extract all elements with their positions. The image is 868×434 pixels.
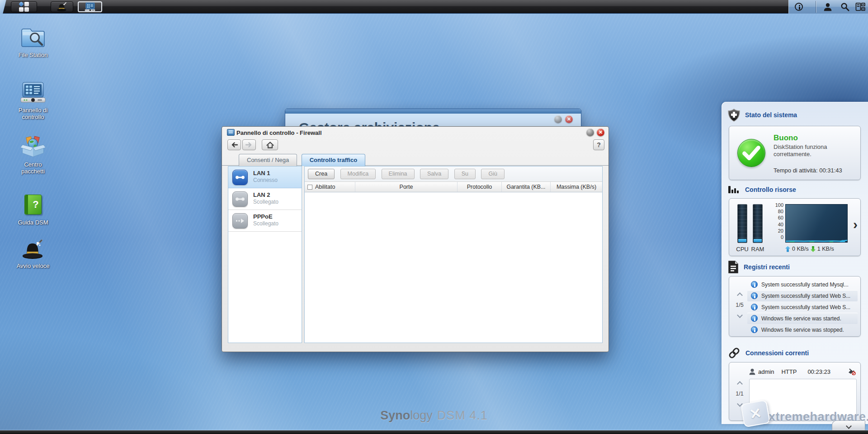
- log-entry[interactable]: Windows file service was stopped.: [747, 324, 858, 335]
- system-status-header: Stato del sistema: [728, 109, 797, 121]
- page-up-icon[interactable]: [737, 381, 743, 387]
- desktop-icon-package-center[interactable]: Centro pacchetti: [8, 136, 58, 175]
- desktop-icon-file-station[interactable]: File Station: [8, 26, 58, 58]
- up-button[interactable]: Su: [454, 169, 476, 179]
- recent-logs-header: Registri recenti: [728, 261, 790, 273]
- desktop-icon-quick-start[interactable]: Avvio veloce: [8, 237, 58, 269]
- down-button[interactable]: Giù: [481, 169, 504, 179]
- connection-row[interactable]: admin HTTP 00:23:23: [749, 367, 856, 376]
- forward-button[interactable]: [242, 139, 256, 150]
- magic-hat-icon: [56, 2, 68, 12]
- back-button[interactable]: [227, 139, 241, 150]
- control-panel-icon: [84, 2, 96, 11]
- home-button[interactable]: [262, 139, 278, 150]
- help-button[interactable]: ?: [593, 139, 604, 150]
- quick-start-task-button[interactable]: [51, 1, 73, 12]
- desktop-icon-label: Guida DSM: [12, 219, 54, 226]
- delete-button[interactable]: Elimina: [382, 169, 415, 179]
- show-desktop-sliver[interactable]: [0, 0, 6, 14]
- chevron-down-icon: [846, 423, 852, 429]
- pilot-view-icon[interactable]: [854, 2, 866, 12]
- interface-pppoe[interactable]: PPPoE Scollegato: [228, 210, 302, 232]
- interface-lan2[interactable]: LAN 2 Scollegato: [228, 188, 302, 210]
- pppoe-icon: [232, 213, 248, 229]
- log-entry[interactable]: Windows file service was started.: [747, 313, 858, 324]
- current-connections-header: Connessioni correnti: [728, 347, 809, 359]
- search-icon[interactable]: [839, 2, 851, 12]
- info-log-icon: [751, 292, 758, 299]
- magic-hat-icon: [20, 237, 46, 260]
- column-header-massima[interactable]: Massima (KB/s): [551, 182, 602, 192]
- network-transfer-rates: 0 KB/s 1 KB/s: [785, 246, 834, 252]
- minimize-button[interactable]: [554, 115, 562, 123]
- network-traffic-plot: [785, 204, 848, 243]
- page-down-icon[interactable]: [737, 312, 743, 318]
- desktop-icon-label: Avvio veloce: [12, 262, 54, 269]
- info-log-icon: [751, 315, 758, 322]
- download-arrow-icon: [811, 246, 816, 252]
- lan-connected-icon: [232, 170, 248, 185]
- y-axis-ticks: 10080 6040 200: [771, 202, 783, 240]
- desktop: Gestore archiviazione ✕ File Station: [0, 0, 868, 434]
- download-rate: 1 KB/s: [817, 246, 834, 252]
- taskbar-right-section: [788, 0, 868, 14]
- taskbar: [0, 0, 868, 14]
- system-status-value: Buono: [774, 134, 798, 143]
- info-log-icon: [751, 304, 758, 310]
- cpu-gauge: [737, 204, 747, 243]
- column-header-abilitato[interactable]: Abilitato: [305, 182, 355, 192]
- save-button[interactable]: Salva: [420, 169, 448, 179]
- control-panel-task-button[interactable]: [78, 1, 102, 12]
- control-panel-firewall-window: Pannello di controllo - Firewall ✕ ? Con…: [222, 126, 609, 352]
- folder-search-icon: [20, 26, 46, 49]
- page-up-icon[interactable]: [737, 292, 743, 298]
- info-icon[interactable]: [793, 2, 805, 12]
- desktop-icon-control-panel[interactable]: Pannello di controllo: [8, 81, 58, 120]
- storage-manager-titlebar: [285, 109, 581, 114]
- upload-rate: 0 KB/s: [792, 246, 809, 252]
- forward-arrow-icon: [245, 142, 253, 148]
- column-header-garantita[interactable]: Garantita (KB...: [502, 182, 551, 192]
- resource-monitor-header: Controllo risorse: [728, 183, 796, 196]
- system-status-card: Buono DiskStation funziona correttamente…: [729, 126, 861, 180]
- table-body-empty[interactable]: [305, 192, 602, 343]
- chain-link-icon: [728, 347, 741, 359]
- log-entry[interactable]: System successfully started Web S...: [747, 290, 858, 301]
- log-entry[interactable]: System successfully started Mysql...: [747, 279, 858, 290]
- user-icon[interactable]: [822, 2, 834, 12]
- create-button[interactable]: Crea: [308, 169, 335, 179]
- main-menu-button[interactable]: [11, 1, 37, 12]
- user-icon: [749, 368, 755, 375]
- connection-user: admin: [758, 368, 774, 375]
- bottom-edge: [0, 430, 868, 434]
- interface-lan1[interactable]: LAN 1 Connesso: [228, 167, 302, 188]
- window-title: Pannello di controllo - Firewall: [236, 129, 322, 136]
- close-icon[interactable]: ✕: [597, 129, 604, 136]
- minimize-button[interactable]: [586, 129, 594, 136]
- column-header-protocollo[interactable]: Protocollo: [458, 182, 502, 192]
- tab-consenti-nega[interactable]: Consenti / Nega: [239, 154, 297, 166]
- help-book-icon: ?: [20, 195, 46, 216]
- system-uptime: Tempo di attività: 00:31:43: [774, 167, 842, 174]
- log-entry[interactable]: System successfully started Web S...: [747, 301, 858, 313]
- window-titlebar[interactable]: Pannello di controllo - Firewall ✕: [222, 127, 609, 138]
- connections-page-indicator: 1/1: [733, 391, 746, 397]
- resource-monitor-expand-button[interactable]: ›: [853, 218, 858, 231]
- logs-pager: 1/5: [733, 291, 746, 319]
- kill-connection-icon[interactable]: [848, 368, 856, 375]
- desktop-icon-label: Centro pacchetti: [12, 161, 54, 175]
- desktop-icon-dsm-help[interactable]: ? Guida DSM: [8, 194, 58, 226]
- tab-controllo-traffico[interactable]: Controllo traffico: [302, 154, 365, 166]
- select-all-checkbox[interactable]: [307, 185, 312, 190]
- info-log-icon: [751, 281, 758, 288]
- edit-button[interactable]: Modifica: [340, 169, 376, 179]
- package-center-icon: [20, 136, 46, 158]
- column-header-porte[interactable]: Porte: [355, 182, 458, 192]
- close-icon[interactable]: ✕: [565, 115, 573, 123]
- main-menu-icon: [19, 2, 29, 12]
- lan-disconnected-icon: [232, 191, 248, 207]
- interface-list: LAN 1 Connesso LAN 2 Scollegato PPPoE Sc…: [228, 166, 302, 343]
- ram-gauge: [753, 204, 763, 243]
- system-status-description: DiskStation funziona correttamente.: [774, 143, 853, 158]
- connection-duration: 00:23:23: [807, 368, 830, 375]
